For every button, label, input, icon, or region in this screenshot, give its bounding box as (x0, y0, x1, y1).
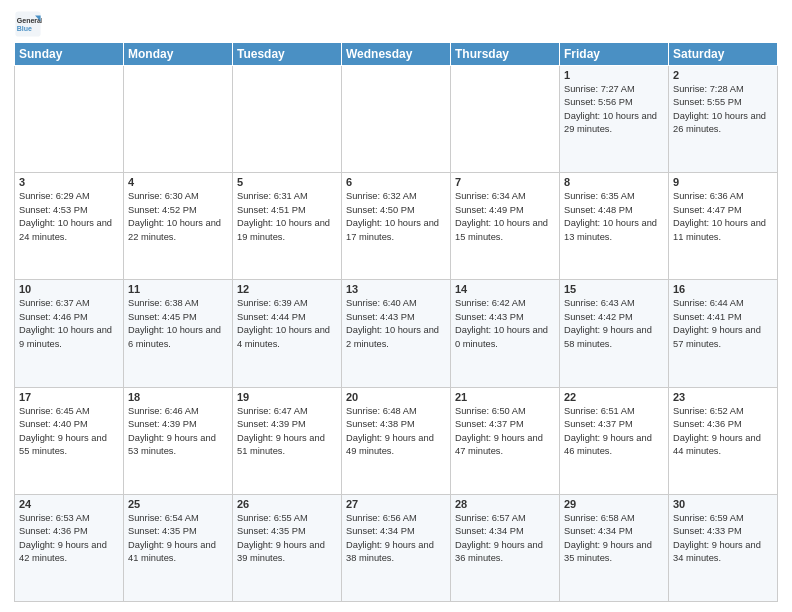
day-info: Sunrise: 6:57 AM Sunset: 4:34 PM Dayligh… (455, 512, 555, 566)
day-info: Sunrise: 6:48 AM Sunset: 4:38 PM Dayligh… (346, 405, 446, 459)
day-number: 19 (237, 391, 337, 403)
day-info: Sunrise: 6:44 AM Sunset: 4:41 PM Dayligh… (673, 297, 773, 351)
day-info: Sunrise: 6:39 AM Sunset: 4:44 PM Dayligh… (237, 297, 337, 351)
day-number: 28 (455, 498, 555, 510)
calendar-cell: 18Sunrise: 6:46 AM Sunset: 4:39 PM Dayli… (124, 387, 233, 494)
calendar-week-row: 17Sunrise: 6:45 AM Sunset: 4:40 PM Dayli… (15, 387, 778, 494)
calendar-cell: 7Sunrise: 6:34 AM Sunset: 4:49 PM Daylig… (451, 173, 560, 280)
calendar-cell (451, 66, 560, 173)
day-number: 24 (19, 498, 119, 510)
day-number: 6 (346, 176, 446, 188)
calendar-week-row: 24Sunrise: 6:53 AM Sunset: 4:36 PM Dayli… (15, 494, 778, 601)
calendar-cell: 5Sunrise: 6:31 AM Sunset: 4:51 PM Daylig… (233, 173, 342, 280)
day-number: 5 (237, 176, 337, 188)
calendar-week-row: 1Sunrise: 7:27 AM Sunset: 5:56 PM Daylig… (15, 66, 778, 173)
day-number: 4 (128, 176, 228, 188)
calendar-cell: 19Sunrise: 6:47 AM Sunset: 4:39 PM Dayli… (233, 387, 342, 494)
calendar-cell (233, 66, 342, 173)
calendar-weekday-friday: Friday (560, 43, 669, 66)
calendar-cell: 26Sunrise: 6:55 AM Sunset: 4:35 PM Dayli… (233, 494, 342, 601)
calendar-cell: 20Sunrise: 6:48 AM Sunset: 4:38 PM Dayli… (342, 387, 451, 494)
calendar-cell: 28Sunrise: 6:57 AM Sunset: 4:34 PM Dayli… (451, 494, 560, 601)
day-info: Sunrise: 6:40 AM Sunset: 4:43 PM Dayligh… (346, 297, 446, 351)
page: General Blue SundayMondayTuesdayWednesda… (0, 0, 792, 612)
day-info: Sunrise: 6:37 AM Sunset: 4:46 PM Dayligh… (19, 297, 119, 351)
calendar-cell: 3Sunrise: 6:29 AM Sunset: 4:53 PM Daylig… (15, 173, 124, 280)
calendar-cell: 2Sunrise: 7:28 AM Sunset: 5:55 PM Daylig… (669, 66, 778, 173)
day-info: Sunrise: 7:27 AM Sunset: 5:56 PM Dayligh… (564, 83, 664, 137)
day-info: Sunrise: 6:32 AM Sunset: 4:50 PM Dayligh… (346, 190, 446, 244)
day-info: Sunrise: 6:59 AM Sunset: 4:33 PM Dayligh… (673, 512, 773, 566)
calendar-weekday-monday: Monday (124, 43, 233, 66)
day-info: Sunrise: 6:45 AM Sunset: 4:40 PM Dayligh… (19, 405, 119, 459)
day-info: Sunrise: 6:53 AM Sunset: 4:36 PM Dayligh… (19, 512, 119, 566)
calendar-cell: 6Sunrise: 6:32 AM Sunset: 4:50 PM Daylig… (342, 173, 451, 280)
day-number: 21 (455, 391, 555, 403)
calendar-cell: 24Sunrise: 6:53 AM Sunset: 4:36 PM Dayli… (15, 494, 124, 601)
day-info: Sunrise: 6:34 AM Sunset: 4:49 PM Dayligh… (455, 190, 555, 244)
day-info: Sunrise: 6:50 AM Sunset: 4:37 PM Dayligh… (455, 405, 555, 459)
svg-rect-0 (15, 11, 40, 36)
day-number: 27 (346, 498, 446, 510)
calendar-cell (124, 66, 233, 173)
day-info: Sunrise: 6:42 AM Sunset: 4:43 PM Dayligh… (455, 297, 555, 351)
day-info: Sunrise: 6:52 AM Sunset: 4:36 PM Dayligh… (673, 405, 773, 459)
calendar-weekday-tuesday: Tuesday (233, 43, 342, 66)
calendar-weekday-saturday: Saturday (669, 43, 778, 66)
logo: General Blue (14, 10, 46, 38)
calendar-cell: 13Sunrise: 6:40 AM Sunset: 4:43 PM Dayli… (342, 280, 451, 387)
day-number: 3 (19, 176, 119, 188)
day-number: 22 (564, 391, 664, 403)
day-info: Sunrise: 6:36 AM Sunset: 4:47 PM Dayligh… (673, 190, 773, 244)
calendar-weekday-wednesday: Wednesday (342, 43, 451, 66)
calendar-cell: 23Sunrise: 6:52 AM Sunset: 4:36 PM Dayli… (669, 387, 778, 494)
calendar-cell: 21Sunrise: 6:50 AM Sunset: 4:37 PM Dayli… (451, 387, 560, 494)
header: General Blue (14, 10, 778, 38)
day-info: Sunrise: 6:31 AM Sunset: 4:51 PM Dayligh… (237, 190, 337, 244)
day-number: 7 (455, 176, 555, 188)
day-info: Sunrise: 6:47 AM Sunset: 4:39 PM Dayligh… (237, 405, 337, 459)
calendar-cell: 4Sunrise: 6:30 AM Sunset: 4:52 PM Daylig… (124, 173, 233, 280)
day-info: Sunrise: 6:46 AM Sunset: 4:39 PM Dayligh… (128, 405, 228, 459)
day-number: 9 (673, 176, 773, 188)
calendar-cell: 1Sunrise: 7:27 AM Sunset: 5:56 PM Daylig… (560, 66, 669, 173)
day-number: 25 (128, 498, 228, 510)
day-number: 12 (237, 283, 337, 295)
calendar-cell: 9Sunrise: 6:36 AM Sunset: 4:47 PM Daylig… (669, 173, 778, 280)
calendar-week-row: 3Sunrise: 6:29 AM Sunset: 4:53 PM Daylig… (15, 173, 778, 280)
calendar-weekday-thursday: Thursday (451, 43, 560, 66)
day-info: Sunrise: 6:38 AM Sunset: 4:45 PM Dayligh… (128, 297, 228, 351)
day-info: Sunrise: 6:29 AM Sunset: 4:53 PM Dayligh… (19, 190, 119, 244)
day-number: 16 (673, 283, 773, 295)
day-info: Sunrise: 6:43 AM Sunset: 4:42 PM Dayligh… (564, 297, 664, 351)
day-info: Sunrise: 6:30 AM Sunset: 4:52 PM Dayligh… (128, 190, 228, 244)
calendar-cell: 11Sunrise: 6:38 AM Sunset: 4:45 PM Dayli… (124, 280, 233, 387)
day-info: Sunrise: 7:28 AM Sunset: 5:55 PM Dayligh… (673, 83, 773, 137)
day-number: 29 (564, 498, 664, 510)
calendar-cell: 8Sunrise: 6:35 AM Sunset: 4:48 PM Daylig… (560, 173, 669, 280)
day-number: 17 (19, 391, 119, 403)
calendar-cell: 12Sunrise: 6:39 AM Sunset: 4:44 PM Dayli… (233, 280, 342, 387)
day-number: 15 (564, 283, 664, 295)
day-number: 1 (564, 69, 664, 81)
calendar-cell: 14Sunrise: 6:42 AM Sunset: 4:43 PM Dayli… (451, 280, 560, 387)
calendar-cell: 29Sunrise: 6:58 AM Sunset: 4:34 PM Dayli… (560, 494, 669, 601)
day-number: 10 (19, 283, 119, 295)
calendar-cell: 30Sunrise: 6:59 AM Sunset: 4:33 PM Dayli… (669, 494, 778, 601)
logo-icon: General Blue (14, 10, 42, 38)
day-info: Sunrise: 6:35 AM Sunset: 4:48 PM Dayligh… (564, 190, 664, 244)
calendar-cell: 16Sunrise: 6:44 AM Sunset: 4:41 PM Dayli… (669, 280, 778, 387)
day-info: Sunrise: 6:56 AM Sunset: 4:34 PM Dayligh… (346, 512, 446, 566)
calendar-cell: 17Sunrise: 6:45 AM Sunset: 4:40 PM Dayli… (15, 387, 124, 494)
day-number: 2 (673, 69, 773, 81)
calendar-cell: 22Sunrise: 6:51 AM Sunset: 4:37 PM Dayli… (560, 387, 669, 494)
day-number: 8 (564, 176, 664, 188)
calendar-cell (342, 66, 451, 173)
day-number: 26 (237, 498, 337, 510)
day-number: 11 (128, 283, 228, 295)
day-info: Sunrise: 6:55 AM Sunset: 4:35 PM Dayligh… (237, 512, 337, 566)
calendar-cell: 15Sunrise: 6:43 AM Sunset: 4:42 PM Dayli… (560, 280, 669, 387)
calendar-cell: 10Sunrise: 6:37 AM Sunset: 4:46 PM Dayli… (15, 280, 124, 387)
day-number: 18 (128, 391, 228, 403)
day-number: 20 (346, 391, 446, 403)
